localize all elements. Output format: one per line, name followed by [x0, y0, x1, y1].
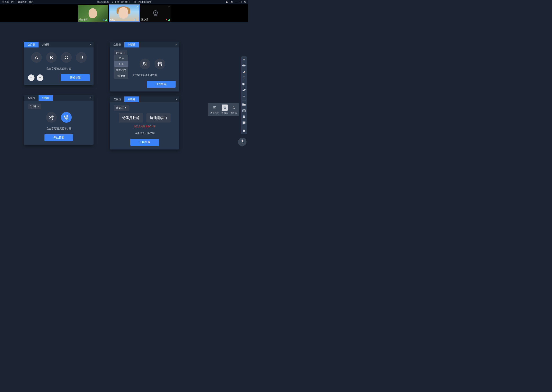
- participant-name: Nina: [110, 19, 115, 21]
- tab-judge[interactable]: 判断题: [124, 42, 139, 48]
- whiteboard-toolbar: ● T: [241, 56, 247, 134]
- option-a[interactable]: A: [31, 52, 42, 63]
- tab-judge[interactable]: 判断题: [124, 97, 139, 102]
- network-status: 网络状态：良好: [17, 0, 34, 4]
- screen-share-button[interactable]: 屏幕共享: [211, 105, 219, 114]
- svg-rect-7: [243, 110, 244, 111]
- teaching-tools-popup: 屏幕共享 答题器 抢答器: [208, 103, 239, 116]
- participant-name: 王小明: [141, 18, 148, 21]
- video-tile-student-nina[interactable]: × Nina: [109, 5, 139, 22]
- packet-loss: 丢包率：0%: [2, 0, 14, 4]
- decrease-options-button[interactable]: −: [28, 74, 35, 81]
- start-quiz-button[interactable]: 开始答题: [61, 74, 90, 81]
- option-b[interactable]: B: [46, 52, 57, 63]
- video-strip: 叮当老师 × Nina × 王小明: [0, 4, 248, 22]
- tab-choice[interactable]: 选择题: [24, 95, 38, 101]
- volume-bars-icon: [168, 19, 170, 21]
- class-title: 神秘大自然: [97, 0, 109, 4]
- option-c[interactable]: C: [61, 52, 72, 63]
- option-true[interactable]: 对: [139, 59, 150, 69]
- pointer-tool-icon[interactable]: [242, 57, 246, 62]
- dropdown-item[interactable]: 美/丑: [114, 61, 128, 67]
- svg-rect-11: [224, 107, 225, 108]
- user-tool-icon[interactable]: [242, 115, 246, 119]
- remove-participant-icon[interactable]: ×: [137, 5, 138, 8]
- eraser-tool-icon[interactable]: [242, 88, 246, 92]
- start-quiz-button[interactable]: 开始答题: [130, 139, 159, 146]
- custom-option-1[interactable]: 诗圣是杜甫: [119, 113, 143, 123]
- dropdown-item[interactable]: 精致/粗糙: [114, 67, 128, 73]
- start-quiz-button[interactable]: 开始答题: [44, 134, 73, 141]
- mic-icon: [103, 19, 105, 21]
- quiz-panel-choice: 选择题 判断题 × A B C D 点击字母预设正确答案 − + 开始答题: [24, 42, 94, 85]
- dropdown-menu: 对/错 美/丑 精致/粗糙 +自定义: [114, 55, 128, 79]
- caret-down-icon: ▼: [123, 52, 125, 54]
- fullscreen-icon[interactable]: [239, 1, 242, 3]
- class-id: ID：2020070324: [134, 0, 151, 4]
- video-tile-teacher[interactable]: 叮当老师: [78, 5, 108, 22]
- pen-tool-icon[interactable]: ●: [242, 70, 246, 74]
- svg-rect-8: [244, 110, 245, 111]
- tab-choice[interactable]: 选择题: [24, 42, 38, 48]
- answer-tool-button[interactable]: 答题器: [222, 105, 228, 114]
- hand-count: 0/2: [241, 143, 244, 145]
- tab-choice[interactable]: 选择题: [110, 97, 124, 102]
- text-tool-icon[interactable]: T: [242, 76, 246, 80]
- dropdown-item[interactable]: 对/错: [114, 55, 128, 61]
- option-false[interactable]: 错: [154, 59, 165, 69]
- custom-option-2[interactable]: 诗仙是李白: [146, 113, 171, 123]
- laser-tool-icon[interactable]: [242, 94, 246, 98]
- increase-options-button[interactable]: +: [37, 74, 43, 81]
- error-text: 自定义内容最多5个字: [114, 125, 175, 128]
- mic-muted-icon: [165, 19, 167, 21]
- raise-hand-button[interactable]: 0/2: [238, 138, 247, 146]
- svg-point-5: [243, 96, 245, 97]
- hint-text: 点击字母预设正确答案: [28, 67, 90, 70]
- svg-rect-0: [235, 2, 237, 2]
- apps-tool-icon[interactable]: [242, 109, 246, 113]
- close-icon[interactable]: ×: [87, 95, 94, 101]
- chat-tool-icon[interactable]: [242, 121, 246, 125]
- dropdown-item[interactable]: +自定义: [114, 73, 128, 79]
- judge-type-dropdown[interactable]: 自定义▼: [114, 105, 129, 111]
- webcam-off-icon: [152, 9, 159, 17]
- separator: [242, 127, 246, 127]
- start-quiz-button[interactable]: 开始答题: [147, 81, 175, 88]
- quiz-panel-judge-dropdown: 选择题 判断题 × 对/错▼ 对/错 美/丑 精致/粗糙 +自定义 对 错 点击…: [110, 42, 179, 91]
- remove-participant-icon[interactable]: ×: [168, 5, 170, 8]
- scissors-tool-icon[interactable]: [242, 82, 246, 86]
- close-icon[interactable]: [244, 1, 247, 3]
- video-tile-student-wxm[interactable]: × 王小明: [140, 5, 171, 22]
- camera-toggle-icon[interactable]: [225, 1, 228, 3]
- tab-judge[interactable]: 判断题: [38, 42, 53, 48]
- option-d[interactable]: D: [76, 52, 87, 63]
- participant-name: 叮当老师: [79, 18, 88, 21]
- tab-choice[interactable]: 选择题: [110, 42, 124, 48]
- minimize-icon[interactable]: [235, 1, 237, 3]
- option-true[interactable]: 对: [46, 112, 57, 123]
- elapsed-time: 已上课：02:34:09: [112, 0, 130, 4]
- hint-text: 点击字母预设正确答案: [28, 127, 90, 130]
- race-answer-button[interactable]: 抢答器: [231, 105, 237, 114]
- close-icon[interactable]: ×: [173, 42, 179, 48]
- hand-icon: [240, 139, 244, 142]
- svg-point-9: [243, 115, 245, 117]
- mic-icon: [134, 19, 136, 21]
- option-false[interactable]: 错: [61, 112, 72, 123]
- gear-icon[interactable]: [230, 1, 233, 3]
- caret-down-icon: ▼: [125, 107, 127, 109]
- svg-rect-12: [225, 107, 226, 108]
- svg-point-2: [155, 12, 156, 13]
- caret-down-icon: ▼: [37, 105, 39, 108]
- judge-type-dropdown[interactable]: 对/错▼: [28, 104, 41, 109]
- tab-judge[interactable]: 判断题: [38, 95, 53, 101]
- svg-rect-6: [243, 110, 246, 112]
- move-tool-icon[interactable]: [242, 63, 246, 68]
- bell-tool-icon[interactable]: [242, 129, 246, 133]
- close-icon[interactable]: ×: [87, 42, 94, 48]
- folder-tool-icon[interactable]: [242, 102, 246, 107]
- quiz-panel-judge-custom: 选择题 判断题 × 自定义▼ 诗圣是杜甫 诗仙是李白 自定义内容最多5个字 点击…: [110, 97, 179, 149]
- hint-text: 点击预设正确答案: [114, 132, 175, 135]
- close-icon[interactable]: ×: [173, 97, 179, 102]
- quiz-panel-judge-selected: 选择题 判断题 × 对/错▼ 对 错 点击字母预设正确答案 开始答题: [24, 95, 94, 145]
